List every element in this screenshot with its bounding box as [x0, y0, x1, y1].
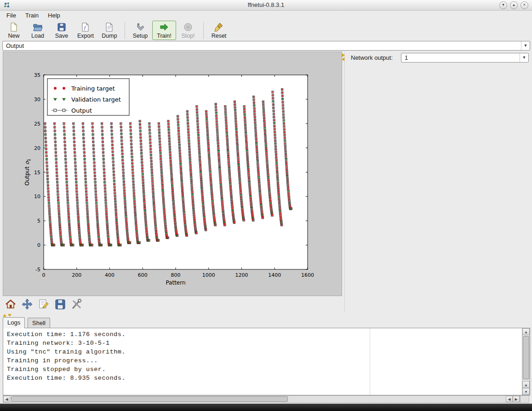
svg-text:1400: 1400	[268, 272, 281, 278]
toolbar-separator	[203, 22, 204, 39]
plot-pan-button[interactable]	[21, 298, 33, 310]
save-floppy-icon	[57, 22, 67, 32]
plot-toolbar	[5, 297, 83, 311]
svg-text:1600: 1600	[301, 272, 314, 278]
plot-type-value: Output	[6, 41, 24, 50]
window-shade-button[interactable]: ▾	[499, 1, 507, 9]
log-horizontal-scrollbar[interactable]: ◀ ◀ ▶	[3, 395, 520, 403]
log-panel: Execution time: 1.176 seconds. Training …	[3, 328, 530, 395]
setup-wrench-icon	[135, 22, 145, 32]
svg-text:25: 25	[34, 121, 40, 127]
title-bar[interactable]: ffnetui-0.8.3.1 ▾ ▴ ×	[0, 0, 532, 11]
svg-text:Training target: Training target	[71, 85, 115, 92]
scrollbar-corner	[520, 395, 529, 403]
svg-text:0: 0	[42, 272, 46, 278]
toolbar-button-label: Export	[77, 33, 94, 39]
tab-shell[interactable]: Shell	[28, 318, 50, 328]
scroll-up-icon[interactable]: ▲	[522, 328, 530, 335]
tab-logs[interactable]: Logs	[3, 317, 25, 328]
window-unshade-button[interactable]: ▴	[510, 1, 518, 9]
scroll-left-icon[interactable]: ◀	[3, 396, 10, 402]
save-icon	[54, 305, 66, 312]
log-lines: Execution time: 1.176 seconds. Training …	[7, 330, 521, 382]
horizontal-scroll-thumb[interactable]	[11, 396, 288, 402]
scroll-down-icon[interactable]: ▼	[522, 388, 530, 395]
toolbar-button-label: Stop!	[181, 33, 194, 39]
log-text-boundary	[370, 328, 370, 395]
menu-train[interactable]: Train	[21, 11, 43, 20]
train-arrow-icon	[159, 22, 169, 32]
svg-text:Validation target: Validation target	[71, 96, 121, 103]
vertical-scroll-thumb[interactable]	[523, 336, 529, 379]
save-button[interactable]: Save	[50, 21, 74, 40]
svg-text:20: 20	[34, 145, 40, 151]
svg-text:200: 200	[72, 272, 81, 278]
svg-text:400: 400	[105, 272, 114, 278]
home-icon	[5, 305, 17, 312]
reset-broom-icon	[214, 22, 224, 32]
export-button[interactable]: fExport	[74, 21, 97, 40]
stop-icon	[183, 22, 193, 32]
network-output-label: Network output:	[351, 54, 393, 61]
scroll-up-icon[interactable]: ▲	[522, 381, 530, 388]
log-vertical-scrollbar[interactable]: ▲ ▲ ▼	[522, 328, 530, 395]
toolbar-button-label: Train!	[157, 33, 172, 39]
train-button[interactable]: Train!	[152, 21, 176, 40]
plot-canvas[interactable]: 02004006008001000120014001600-5051015202…	[3, 51, 342, 296]
svg-text:30: 30	[34, 97, 40, 103]
svg-text:600: 600	[138, 272, 148, 278]
svg-text:15: 15	[34, 170, 40, 176]
plot-save-button[interactable]	[54, 298, 66, 310]
log-text-area[interactable]: Execution time: 1.176 seconds. Training …	[7, 330, 521, 394]
svg-text:5: 5	[37, 218, 40, 224]
plot-type-combobox[interactable]: Output ▼	[2, 41, 530, 51]
dump-button[interactable]: Dump	[97, 21, 121, 40]
menu-file[interactable]: File	[2, 11, 21, 20]
reset-button[interactable]: Reset	[207, 21, 231, 40]
edit-icon	[38, 305, 50, 312]
toolbar: NewLoadSavefExportDumpSetupTrain!Stop!Re…	[0, 20, 532, 40]
menu-bar: FileTrainHelp	[0, 11, 532, 20]
configure-icon	[71, 305, 83, 312]
toolbar-button-label: Save	[55, 33, 69, 39]
svg-text:1200: 1200	[235, 272, 248, 278]
pan-icon	[21, 305, 33, 312]
stop-button[interactable]: Stop!	[176, 21, 200, 40]
svg-text:-5: -5	[35, 267, 40, 273]
scroll-right-icon[interactable]: ▶	[513, 396, 520, 402]
svg-text:0: 0	[37, 242, 40, 248]
setup-button[interactable]: Setup	[128, 21, 152, 40]
svg-text:Output: Output	[71, 107, 92, 114]
scroll-left-icon[interactable]: ◀	[506, 396, 513, 402]
chevron-down-icon[interactable]: ▼	[521, 41, 530, 50]
svg-text:10: 10	[34, 194, 40, 200]
svg-text:1000: 1000	[202, 272, 215, 278]
toolbar-button-label: Dump	[102, 33, 117, 39]
window-title: ffnetui-0.8.3.1	[0, 1, 532, 8]
new-button[interactable]: New	[2, 21, 26, 40]
dump-icon	[104, 22, 114, 32]
window-close-button[interactable]: ×	[521, 1, 528, 9]
chevron-down-icon[interactable]: ▼	[520, 53, 528, 62]
toolbar-button-label: Setup	[133, 33, 148, 39]
plot-edit-button[interactable]	[38, 298, 50, 310]
vertical-splitter-handle[interactable]	[341, 53, 346, 63]
toolbar-button-label: Load	[31, 33, 44, 39]
panel-divider	[344, 51, 345, 312]
open-folder-icon	[33, 22, 43, 32]
toolbar-separator	[125, 22, 125, 39]
network-output-combobox[interactable]: 1 ▼	[401, 53, 529, 63]
svg-text:Output o1: Output o1	[24, 159, 31, 186]
svg-text:800: 800	[171, 272, 181, 278]
export-icon: f	[80, 22, 91, 32]
plot-configure-button[interactable]	[71, 298, 83, 310]
window-bottom-edge	[0, 404, 532, 411]
new-file-icon	[9, 22, 19, 32]
plot-home-button[interactable]	[5, 298, 17, 310]
network-output-value: 1	[405, 53, 408, 62]
toolbar-button-label: New	[8, 33, 19, 39]
svg-text:Pattern: Pattern	[166, 280, 185, 286]
load-button[interactable]: Load	[26, 21, 50, 40]
svg-text:35: 35	[34, 72, 40, 78]
menu-help[interactable]: Help	[43, 11, 65, 20]
